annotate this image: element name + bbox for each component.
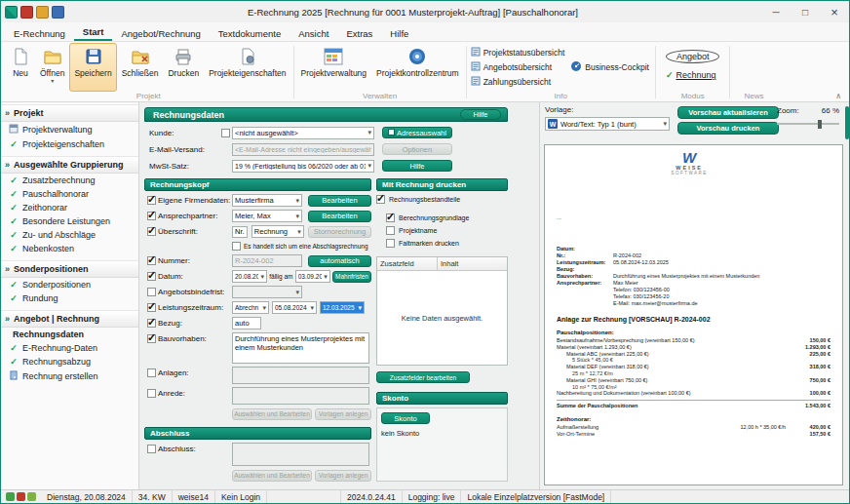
sidebar-item-rechnungsabzug[interactable]: Rechnungsabzug: [1, 355, 138, 368]
skonto-button[interactable]: Skonto: [381, 412, 430, 424]
faltmarken-checkbox[interactable]: [386, 239, 395, 248]
berechnungsgrundlage-checkbox[interactable]: [386, 213, 395, 222]
open-button[interactable]: Öffnen ▾: [35, 43, 69, 92]
mahnfristen-button[interactable]: Mahnfristen: [332, 271, 371, 283]
vorlage-dropdown[interactable]: W Word/Text: Typ 1 (bunt): [545, 117, 670, 131]
firmendaten-bearbeiten-button[interactable]: Bearbeiten: [308, 195, 371, 207]
sidebar-header-angebot-rechnung[interactable]: Angebot | Rechnung: [1, 310, 138, 328]
nummer-field[interactable]: R-2024-002: [232, 254, 302, 267]
close-project-button[interactable]: Schließen: [117, 43, 164, 92]
ansprechpartner-bearbeiten-button[interactable]: Bearbeiten: [308, 211, 371, 222]
project-status-overview-button[interactable]: Projektstatusübersicht: [471, 47, 565, 58]
menu-extras[interactable]: Extras: [337, 25, 381, 41]
anlagen-textarea[interactable]: [232, 367, 369, 384]
firmendaten-checkbox[interactable]: [147, 196, 156, 205]
lz-bis-dropdown[interactable]: 12.03.2025: [320, 301, 365, 314]
abschluss-textarea[interactable]: [232, 443, 369, 466]
app-logo-icon[interactable]: [5, 6, 18, 19]
sidebar-item-projektverwaltung[interactable]: Projektverwaltung: [1, 122, 138, 137]
print-button[interactable]: Drucken: [163, 43, 204, 92]
ueberschrift-checkbox[interactable]: [147, 227, 156, 236]
auswaehlen-bearbeiten-button[interactable]: Auswählen und Bearbeiten: [232, 408, 312, 420]
vorschau-drucken-button[interactable]: Vorschau drucken: [677, 122, 779, 135]
business-cockpit-button[interactable]: Business-Cockpit: [570, 60, 649, 74]
angebotsbindefrist-dropdown[interactable]: [232, 286, 302, 298]
anlagen-checkbox[interactable]: [147, 368, 156, 377]
maximize-button[interactable]: [791, 1, 820, 22]
sidebar-header-gruppierung[interactable]: Ausgewählte Gruppierung: [1, 156, 138, 174]
menu-angebot-rechnung[interactable]: Angebot/Rechnung: [112, 25, 209, 41]
nr-box[interactable]: Nr.: [232, 226, 248, 238]
ansprechpartner-checkbox[interactable]: [147, 212, 156, 220]
offer-overview-button[interactable]: Angebotsübersicht: [471, 61, 565, 73]
bauvorhaben-textarea[interactable]: Durchführung eines Musterprojektes mit e…: [232, 332, 369, 364]
sidebar-item-e-rechnung-daten[interactable]: E-Rechnung-Daten: [1, 341, 138, 355]
stornorechnung-button[interactable]: Stornorechnung: [308, 226, 371, 238]
abschlagsrechnung-checkbox[interactable]: [232, 242, 241, 251]
menu-ansicht[interactable]: Ansicht: [290, 25, 337, 41]
sidebar-header-projekt[interactable]: Projekt: [1, 104, 138, 122]
menu-start[interactable]: Start: [74, 23, 113, 41]
vorschau-aktualisieren-button[interactable]: Vorschau aktualisieren: [677, 106, 779, 119]
sidebar-item-zusatzberechnung[interactable]: Zusatzberechnung: [1, 174, 138, 187]
email-field[interactable]: <E-Mail-Adresse nicht eingegeben/ausgewä…: [232, 143, 374, 156]
anrede-checkbox[interactable]: [147, 389, 156, 398]
sidebar-item-pauschalhonorar[interactable]: Pauschalhonorar: [1, 187, 138, 201]
firmendaten-dropdown[interactable]: Musterfirma: [232, 194, 302, 207]
minimize-button[interactable]: [761, 1, 791, 22]
abschluss-checkbox[interactable]: [147, 445, 156, 453]
kunde-dropdown[interactable]: <nicht ausgewählt>: [232, 127, 374, 139]
sidebar-item-zeithonorar[interactable]: Zeithonorar: [1, 201, 138, 214]
panel-splitter-handle[interactable]: [845, 106, 849, 139]
sidebar-item-nebenkosten[interactable]: Nebenkosten: [1, 242, 138, 255]
sidebar-item-rundung[interactable]: Rundung: [1, 291, 138, 305]
zusatzfelder-bearbeiten-button[interactable]: Zusatzfelder bearbeiten: [376, 371, 470, 383]
ribbon-collapse-icon[interactable]: ∧: [835, 92, 841, 100]
quick-open-icon[interactable]: [36, 6, 49, 19]
mwst-dropdown[interactable]: 19 % (Fertigstellung bis 06/2020 oder ab…: [232, 160, 374, 173]
abschluss-vorlagen-button[interactable]: Vorlagen anlegen: [315, 470, 371, 482]
sidebar-item-rechnung-erstellen[interactable]: Rechnung erstellen: [1, 368, 138, 384]
sidebar-item-sonderpositionen[interactable]: Sonderpositionen: [1, 278, 138, 291]
menu-e-rechnung[interactable]: E-Rechnung: [5, 25, 74, 41]
sidebar-header-sonderpositionen[interactable]: Sonderpositionen: [1, 260, 138, 278]
vorlagen-anlegen-button[interactable]: Vorlagen anlegen: [315, 408, 371, 420]
leistungszeitraum-checkbox[interactable]: [147, 303, 156, 312]
automatisch-button[interactable]: automatisch: [308, 255, 371, 267]
ansprechpartner-dropdown[interactable]: Meier, Max: [232, 210, 302, 222]
zoom-slider-track[interactable]: [777, 123, 839, 125]
datum-checkbox[interactable]: [147, 272, 156, 281]
lz-mode-dropdown[interactable]: Abrechn: [232, 301, 269, 314]
project-properties-button[interactable]: Projekteigenschaften: [204, 43, 290, 92]
mwst-help-button[interactable]: Hilfe: [382, 160, 452, 172]
lz-von-dropdown[interactable]: 05.08.2024: [272, 301, 317, 314]
datum-dropdown[interactable]: 20.08.2024: [232, 270, 267, 283]
sidebar-item-besondere-leistungen[interactable]: Besondere Leistungen: [1, 214, 138, 228]
menu-hilfe[interactable]: Hilfe: [381, 25, 417, 41]
abschluss-auswaehlen-button[interactable]: Auswählen und Bearbeiten: [232, 470, 312, 482]
quick-print-icon[interactable]: [52, 6, 64, 19]
sidebar-item-zu-und-abschlaege[interactable]: Zu- und Abschläge: [1, 228, 138, 242]
mode-angebot-button[interactable]: Angebot: [666, 50, 720, 63]
faellig-dropdown[interactable]: 03.09.2024: [295, 270, 330, 283]
ueberschrift-dropdown[interactable]: Rechnung: [251, 225, 304, 238]
save-button[interactable]: Speichern: [69, 43, 116, 92]
new-button[interactable]: Neu: [6, 43, 35, 92]
menu-textdokumente[interactable]: Textdokumente: [210, 25, 290, 41]
project-control-center-button[interactable]: Projektkontrollzentrum: [371, 43, 464, 92]
kunde-checkbox[interactable]: [221, 129, 230, 137]
quick-save-icon[interactable]: [20, 6, 33, 19]
column-zusatzfeld[interactable]: Zusatzfeld: [377, 257, 438, 270]
anrede-textarea[interactable]: [232, 387, 369, 405]
rechnungsbestandteile-checkbox[interactable]: [376, 195, 385, 204]
sidebar-item-projekteigenschaften[interactable]: Projekteigenschaften: [1, 137, 138, 151]
bezug-field[interactable]: auto: [232, 317, 261, 330]
project-management-button[interactable]: Projektverwaltung: [296, 43, 372, 92]
help-button[interactable]: Hilfe: [460, 109, 501, 120]
mode-rechnung-button[interactable]: ✓ Rechnung: [666, 70, 720, 80]
column-inhalt[interactable]: Inhalt: [438, 257, 507, 270]
sidebar-item-rechnungsdaten[interactable]: Rechnungsdaten: [1, 328, 138, 341]
optionen-button[interactable]: Optionen: [382, 143, 452, 155]
zoom-slider-thumb[interactable]: [818, 120, 822, 129]
payment-overview-button[interactable]: Zahlungsübersicht: [471, 76, 565, 88]
